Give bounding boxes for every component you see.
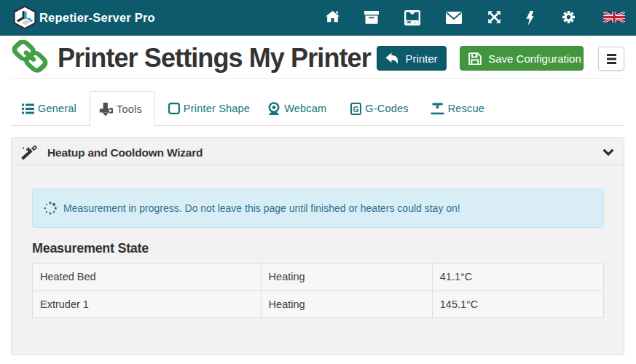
svg-text:G: G xyxy=(353,104,359,113)
